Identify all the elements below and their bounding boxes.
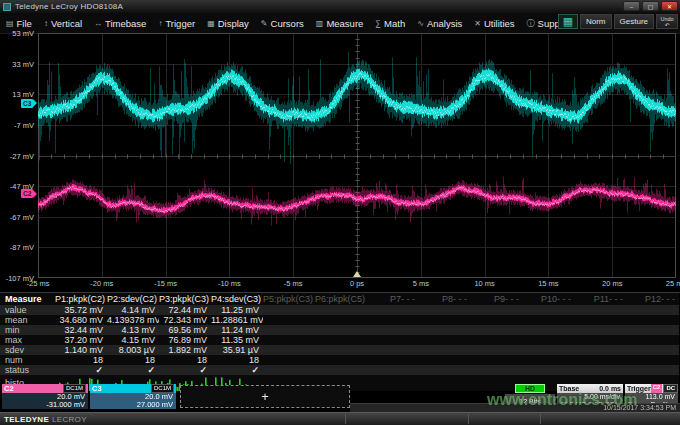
measure-status-cell — [575, 365, 627, 375]
channel-marker-c3[interactable]: C3 — [21, 99, 37, 108]
measure-cell — [523, 325, 575, 335]
x-axis-label: 10 ms — [474, 279, 494, 288]
plus-icon: + — [261, 389, 269, 404]
trigger-coupling-badge: DC — [663, 384, 678, 393]
menu-item-utilities[interactable]: ✕Utilities — [468, 13, 520, 33]
channel-descriptor-c2[interactable]: C2 DC1M 20.0 mV -31.000 mV — [2, 384, 88, 409]
status-check-icon: ✓ — [147, 365, 155, 375]
measure-section-label: Measure — [0, 293, 55, 305]
measure-cell: 4.13 mV — [107, 325, 159, 335]
measure-col-header-p7[interactable]: P7- - - — [367, 293, 419, 305]
undo-button[interactable]: Undo ↶ — [656, 14, 678, 29]
file-icon: ▤ — [6, 19, 14, 28]
measure-cell — [367, 335, 419, 345]
title-bar: Teledyne LeCroy HDO8108A – ▢ ✕ — [0, 0, 680, 13]
measure-cell — [419, 345, 471, 355]
x-axis-label: -25 ms — [27, 279, 50, 288]
measure-cell — [627, 345, 679, 355]
trigger-label: Trigger — [627, 385, 651, 392]
vertical-icon: ↕ — [44, 19, 48, 28]
close-button[interactable]: ✕ — [661, 1, 678, 11]
measure-cell: 11.28861 mV — [211, 315, 263, 325]
measure-cell — [419, 315, 471, 325]
x-axis: -25 ms-20 ms-15 ms-10 ms-5 ms0 ps5 ms10 … — [38, 279, 676, 291]
brand-teledyne: TELEDYNE — [4, 415, 49, 424]
measure-col-header-p12[interactable]: P12- - - — [627, 293, 679, 305]
menu-item-measure[interactable]: ▥Measure — [310, 13, 370, 33]
measure-col-header-p8[interactable]: P8- - - — [419, 293, 471, 305]
measure-row-min: min32.44 mV4.13 mV69.56 mV11.24 mV — [0, 325, 679, 335]
measure-cell: 35.72 mV — [55, 305, 107, 315]
menu-item-label: Measure — [326, 18, 363, 29]
grid-display-button[interactable]: ▦ — [558, 14, 578, 29]
menu-item-cursors[interactable]: ✎Cursors — [255, 13, 310, 33]
measure-col-header-p1[interactable]: P1:pkpk(C2) — [55, 293, 107, 305]
measure-cell — [523, 345, 575, 355]
timebase-icon: ↔ — [94, 19, 102, 28]
menu-item-label: Trigger — [165, 18, 195, 29]
measure-col-header-p11[interactable]: P11- - - — [575, 293, 627, 305]
channel-c3-offset: 27.000 mV — [137, 400, 173, 409]
measure-cell: 18 — [211, 355, 263, 365]
measure-cell — [419, 355, 471, 365]
channel-descriptor-c3[interactable]: C3 DC1M 20.0 mV 27.000 mV — [90, 384, 176, 409]
measure-cell — [263, 355, 315, 365]
gesture-button[interactable]: Gesture — [614, 14, 654, 29]
channel-marker-label: C2 — [21, 189, 33, 198]
y-axis-label: 13 mV — [12, 90, 34, 99]
menu-item-trigger[interactable]: ↑Trigger — [152, 13, 201, 33]
measure-col-header-p2[interactable]: P2:sdev(C2) — [107, 293, 159, 305]
measure-col-header-p6[interactable]: P6:pkpk(C5) — [315, 293, 367, 305]
measure-histo-cell — [419, 375, 471, 391]
math-icon: ∑ — [375, 19, 381, 28]
channel-marker-arrow-icon — [33, 99, 37, 107]
brand-bar: TELEDYNE LECROY — [0, 412, 680, 425]
measure-col-header-p9[interactable]: P9- - - — [471, 293, 523, 305]
add-channel-button[interactable]: + — [180, 385, 350, 408]
measure-header-row: MeasureP1:pkpk(C2)P2:sdev(C2)P3:pkpk(C3)… — [0, 293, 679, 305]
waveform-grid[interactable] — [38, 33, 676, 278]
maximize-button[interactable]: ▢ — [642, 1, 659, 11]
measure-row-label: value — [0, 305, 55, 315]
menu-item-label: Utilities — [484, 18, 515, 29]
minimize-button[interactable]: – — [623, 1, 640, 11]
measure-status-cell — [523, 365, 575, 375]
measure-col-header-p4[interactable]: P4:sdev(C3) — [211, 293, 263, 305]
measure-cell: 72.44 mV — [159, 305, 211, 315]
menu-item-display[interactable]: ▦Display — [201, 13, 255, 33]
measure-cell: 4.139378 mV — [107, 315, 159, 325]
measure-status-cell: ✓ — [55, 365, 107, 375]
display-icon: ▦ — [207, 19, 215, 28]
cursors-icon: ✎ — [261, 19, 268, 28]
x-axis-label: 15 ms — [538, 279, 558, 288]
measure-cell — [419, 335, 471, 345]
x-axis-label: 20 ms — [602, 279, 622, 288]
timestamp: 10/15/2017 3:34:53 PM — [603, 404, 676, 411]
x-axis-label: -5 ms — [284, 279, 303, 288]
measure-cell — [263, 325, 315, 335]
x-axis-label: 25 ms — [666, 279, 680, 288]
channel-c2-label: C2 — [4, 384, 14, 393]
status-check-icon: ✓ — [199, 365, 207, 375]
menu-item-math[interactable]: ∑Math — [369, 13, 411, 33]
channel-marker-c2[interactable]: C2 — [21, 189, 37, 198]
x-axis-label: -20 ms — [90, 279, 113, 288]
measure-col-header-p5[interactable]: P5:pkpk(C3) — [263, 293, 315, 305]
measure-table: MeasureP1:pkpk(C2)P2:sdev(C2)P3:pkpk(C3)… — [0, 293, 679, 391]
tbase-label: Tbase — [559, 385, 579, 392]
norm-button[interactable]: Norm — [580, 14, 612, 29]
measure-cell: 11.35 mV — [211, 335, 263, 345]
menu-item-analysis[interactable]: ∿Analysis — [411, 13, 468, 33]
measure-col-header-p3[interactable]: P3:pkpk(C3) — [159, 293, 211, 305]
menu-item-timebase[interactable]: ↔Timebase — [88, 13, 152, 33]
measure-cell — [367, 305, 419, 315]
measure-cell: 18 — [159, 355, 211, 365]
measure-cell — [367, 315, 419, 325]
measure-row-label: status — [0, 365, 55, 375]
x-axis-label: 0 ps — [350, 279, 364, 288]
measure-status-cell — [627, 365, 679, 375]
menu-item-vertical[interactable]: ↕Vertical — [38, 13, 88, 33]
measure-row-label: sdev — [0, 345, 55, 355]
tbase-position: 0.0 ms — [599, 385, 621, 392]
measure-col-header-p10[interactable]: P10- - - — [523, 293, 575, 305]
